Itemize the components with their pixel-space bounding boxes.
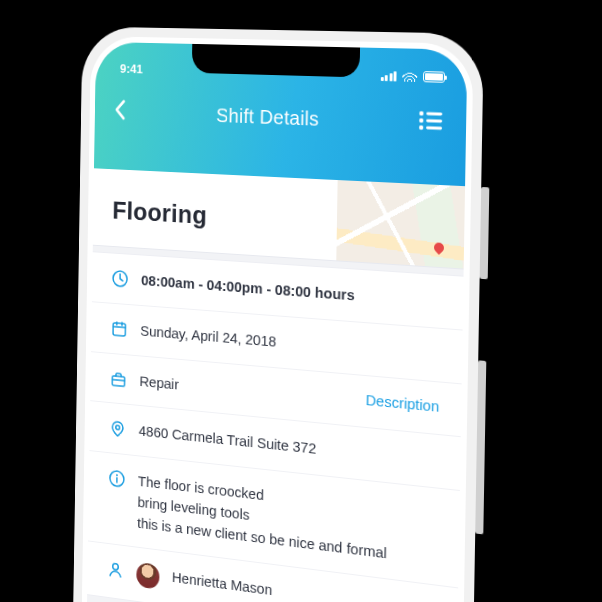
description-link[interactable]: Description <box>366 391 440 415</box>
details-card: 08:00am - 04:00pm - 08:00 hours Sunday, … <box>87 251 463 602</box>
location-icon <box>109 418 127 439</box>
battery-icon <box>423 71 445 83</box>
calendar-icon <box>110 319 128 339</box>
svg-rect-1 <box>426 112 442 115</box>
person-icon <box>107 559 125 580</box>
svg-point-9 <box>116 425 120 430</box>
menu-button[interactable] <box>416 109 444 136</box>
svg-point-12 <box>113 564 119 571</box>
back-button[interactable] <box>114 99 127 124</box>
time-range-text: 08:00am - 04:00pm - 08:00 hours <box>141 270 441 313</box>
svg-point-11 <box>116 474 118 476</box>
wifi-icon <box>402 70 417 81</box>
svg-point-0 <box>419 111 423 116</box>
svg-point-4 <box>419 125 423 130</box>
client-avatar <box>136 562 159 590</box>
svg-point-2 <box>419 118 423 123</box>
info-icon <box>108 468 126 489</box>
phone-notch <box>192 44 360 78</box>
signal-icon <box>380 69 396 80</box>
map-thumbnail[interactable] <box>336 180 465 269</box>
phone-side-button <box>475 360 486 534</box>
clock-icon <box>111 269 129 289</box>
phone-side-button <box>480 187 490 279</box>
svg-rect-3 <box>426 119 442 122</box>
service-text: Repair <box>139 370 352 411</box>
svg-rect-5 <box>426 126 442 129</box>
briefcase-icon <box>110 368 128 389</box>
map-pin-icon <box>432 241 446 255</box>
svg-rect-7 <box>113 323 125 336</box>
page-title: Shift Details <box>216 104 319 130</box>
status-time: 9:41 <box>120 61 143 76</box>
